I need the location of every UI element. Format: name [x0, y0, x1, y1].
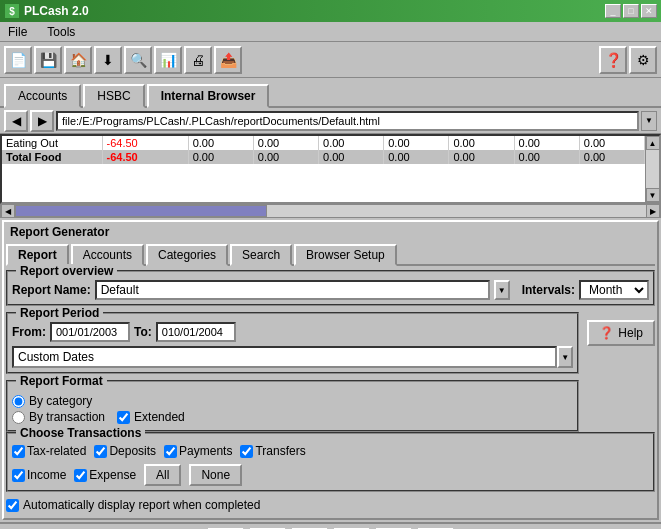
bottom-toolbar: ✕ 💾 ✏ ▶▶ 🔍 📤	[0, 522, 661, 529]
main-content-row: Report Period From: To: Custom Dates Thi…	[6, 312, 655, 432]
extended-label: Extended	[134, 410, 185, 424]
by-category-radio[interactable]	[12, 395, 25, 408]
report-gen-title: Report Generator	[6, 224, 655, 240]
search-toolbar-button[interactable]: 🔍	[124, 46, 152, 74]
report-tab-accounts[interactable]: Accounts	[71, 244, 144, 266]
intervals-label: Intervals:	[522, 283, 575, 297]
from-label: From:	[12, 325, 46, 339]
to-input[interactable]	[156, 322, 236, 342]
period-dropdown-select[interactable]: Custom Dates This Month This Year	[12, 346, 557, 368]
expense-checkbox[interactable]	[74, 469, 87, 482]
income-checkbox[interactable]	[12, 469, 25, 482]
app-title: PLCash 2.0	[24, 4, 89, 18]
main-tabs: Accounts HSBC Internal Browser	[0, 78, 661, 108]
transfers-label: Transfers	[240, 444, 305, 458]
help-icon: ❓	[599, 326, 614, 340]
report-name-dropdown-button[interactable]: ▼	[494, 280, 510, 300]
report-tab-report[interactable]: Report	[6, 244, 69, 266]
report-button[interactable]: 📊	[154, 46, 182, 74]
scroll-track	[646, 150, 659, 188]
report-name-label: Report Name:	[12, 283, 91, 297]
report-tab-categories[interactable]: Categories	[146, 244, 228, 266]
settings-button[interactable]: ⚙	[629, 46, 657, 74]
tab-internal-browser[interactable]: Internal Browser	[147, 84, 270, 108]
download-button[interactable]: ⬇	[94, 46, 122, 74]
auto-display-checkbox[interactable]	[6, 499, 19, 512]
payments-checkbox[interactable]	[164, 445, 177, 458]
title-bar: $ PLCash 2.0 _ □ ✕	[0, 0, 661, 22]
tax-related-label: Tax-related	[12, 444, 86, 458]
help-button[interactable]: ❓ Help	[587, 320, 655, 346]
to-label: To:	[134, 325, 152, 339]
report-overview: Report overview Report Name: ▼ Intervals…	[6, 270, 655, 306]
tax-related-checkbox[interactable]	[12, 445, 25, 458]
row-label: Total Food	[2, 150, 102, 164]
home-button[interactable]: 🏠	[64, 46, 92, 74]
transfers-checkbox[interactable]	[240, 445, 253, 458]
report-generator: Report Generator Report Accounts Categor…	[2, 220, 659, 520]
menu-bar: File Tools	[0, 22, 661, 42]
horizontal-scrollbar[interactable]: ◀ ▶	[0, 204, 661, 218]
by-category-label: By category	[29, 394, 92, 408]
vertical-scrollbar[interactable]: ▲ ▼	[645, 136, 659, 202]
income-label: Income	[12, 468, 66, 482]
scroll-right-button[interactable]: ▶	[646, 204, 660, 218]
menu-tools[interactable]: Tools	[43, 24, 79, 40]
overview-legend: Report overview	[16, 264, 117, 278]
report-format: Report Format By category By transaction…	[6, 380, 579, 432]
scroll-track-h	[15, 205, 646, 217]
new-doc-button[interactable]: 📄	[4, 46, 32, 74]
period-dropdown-button[interactable]: ▼	[557, 346, 573, 368]
by-transaction-radio[interactable]	[12, 411, 25, 424]
report-tabs: Report Accounts Categories Search Browse…	[6, 242, 655, 266]
help-label: Help	[618, 326, 643, 340]
transactions-box: Choose Transactions Tax-related Deposits…	[6, 432, 655, 492]
report-tab-browser-setup[interactable]: Browser Setup	[294, 244, 397, 266]
format-legend: Report Format	[16, 374, 107, 388]
content-area: Eating Out -64.50 0.00 0.00 0.00 0.00 0.…	[0, 134, 661, 204]
address-bar: ◀ ▶ ▼	[0, 108, 661, 134]
close-button[interactable]: ✕	[641, 4, 657, 18]
report-period: Report Period From: To: Custom Dates Thi…	[6, 312, 579, 374]
help-toolbar-button[interactable]: ❓	[599, 46, 627, 74]
table-row: Eating Out -64.50 0.00 0.00 0.00 0.00 0.…	[2, 136, 645, 150]
auto-display-row: Automatically display report when comple…	[6, 498, 655, 512]
by-transaction-label: By transaction	[29, 410, 105, 424]
address-dropdown-button[interactable]: ▼	[641, 111, 657, 131]
row-label: Eating Out	[2, 136, 102, 150]
forward-button[interactable]: ▶	[30, 110, 54, 132]
transactions-legend: Choose Transactions	[16, 426, 145, 440]
expense-label: Expense	[74, 468, 136, 482]
print-button[interactable]: 🖨	[184, 46, 212, 74]
scroll-down-button[interactable]: ▼	[646, 188, 660, 202]
back-button[interactable]: ◀	[4, 110, 28, 132]
payments-label: Payments	[164, 444, 232, 458]
tab-hsbc[interactable]: HSBC	[83, 84, 144, 108]
extended-checkbox[interactable]	[117, 411, 130, 424]
deposits-label: Deposits	[94, 444, 156, 458]
none-button[interactable]: None	[189, 464, 242, 486]
deposits-checkbox[interactable]	[94, 445, 107, 458]
table-row: Total Food -64.50 0.00 0.00 0.00 0.00 0.…	[2, 150, 645, 164]
toolbar: 📄 💾 🏠 ⬇ 🔍 📊 🖨 📤 ❓ ⚙	[0, 42, 661, 78]
tab-accounts[interactable]: Accounts	[4, 84, 81, 108]
address-input[interactable]	[56, 111, 639, 131]
minimize-button[interactable]: _	[605, 4, 621, 18]
menu-file[interactable]: File	[4, 24, 31, 40]
export-toolbar-button[interactable]: 📤	[214, 46, 242, 74]
save-toolbar-button[interactable]: 💾	[34, 46, 62, 74]
all-button[interactable]: All	[144, 464, 181, 486]
period-legend: Report Period	[16, 306, 103, 320]
intervals-select[interactable]: Month Week Year	[579, 280, 649, 300]
auto-display-label: Automatically display report when comple…	[23, 498, 260, 512]
app-icon: $	[4, 3, 20, 19]
scroll-left-button[interactable]: ◀	[1, 204, 15, 218]
scroll-up-button[interactable]: ▲	[646, 136, 660, 150]
from-input[interactable]	[50, 322, 130, 342]
report-name-input[interactable]	[95, 280, 490, 300]
report-tab-search[interactable]: Search	[230, 244, 292, 266]
scroll-thumb-h[interactable]	[15, 205, 267, 217]
maximize-button[interactable]: □	[623, 4, 639, 18]
